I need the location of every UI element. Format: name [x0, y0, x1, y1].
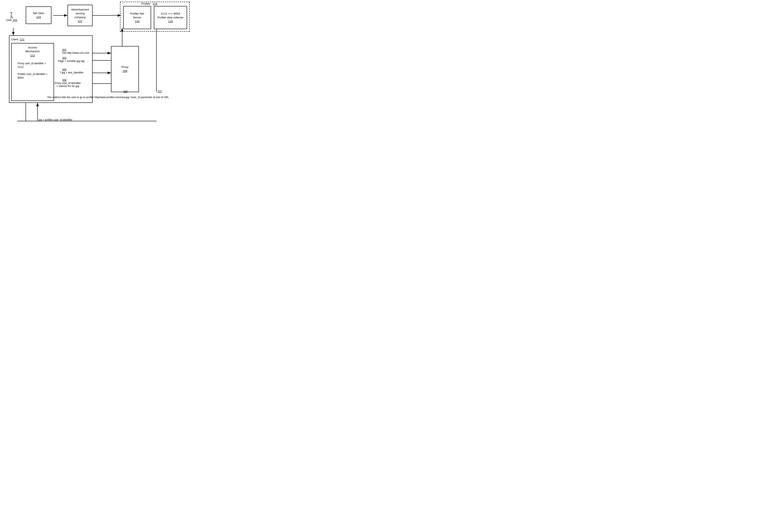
step-306-text: ? jpg + test_identifier: [60, 71, 83, 74]
access-mechanism-box: AccessMechanism112 Proxy user_id identif…: [11, 43, 54, 101]
step-302-text: Get http://www.cnn.com: [62, 51, 89, 54]
proxy-label: Proxy108: [121, 65, 128, 73]
access-mechanism-label: AccessMechanism112: [26, 46, 40, 57]
redirect-text: The redirect tells the user to go to pro…: [47, 95, 169, 99]
profiler-data-collector-box: A112 <=> B554Profiler data collector118: [154, 6, 187, 29]
net-sites-label: Net Sites 124: [33, 11, 44, 19]
ad-company-label: Advertisementservingcompany122: [71, 8, 89, 23]
user-text: User: [6, 18, 12, 22]
step-322-label: 322: [158, 90, 162, 93]
step-306-label: 306: [62, 68, 66, 71]
client-label: Client 111: [11, 37, 90, 41]
net-sites-box: Net Sites 124: [26, 6, 51, 24]
profiler-group-label: Profiler 114: [141, 2, 157, 5]
user-id: 101: [13, 18, 17, 22]
ad-company-box: Advertisementservingcompany122: [68, 5, 93, 26]
access-mechanism-detail: Proxy user_id identifier =A112 Profiler …: [18, 62, 48, 80]
profiler-net-server-label: Profiler NetServer116: [130, 12, 144, 24]
step-304-label: 304: [62, 57, 66, 60]
user-label: 🚶 User 101: [6, 12, 17, 22]
step-308-text: Proxy user_id identifier+ redirect fnc f…: [55, 82, 81, 88]
proxy-box: Proxy108: [111, 46, 139, 92]
step-308-label: 308: [62, 79, 66, 82]
diagram: 🚶 User 101 Net Sites 124 Advertisementse…: [0, 0, 193, 133]
step-320-label: 320: [123, 90, 128, 93]
profiler-net-server-box: Profiler NetServer116: [123, 6, 151, 29]
step-302-label: 302: [62, 48, 66, 51]
profiler-data-collector-label: A112 <=> B554Profiler data collector118: [157, 12, 183, 24]
bottom-text: jpg + profiler user_id identifier: [39, 118, 72, 121]
step-304-text: Page + invisible jpg tag: [58, 60, 84, 63]
client-box: Client 111 AccessMechanism112 Proxy user…: [9, 35, 93, 103]
